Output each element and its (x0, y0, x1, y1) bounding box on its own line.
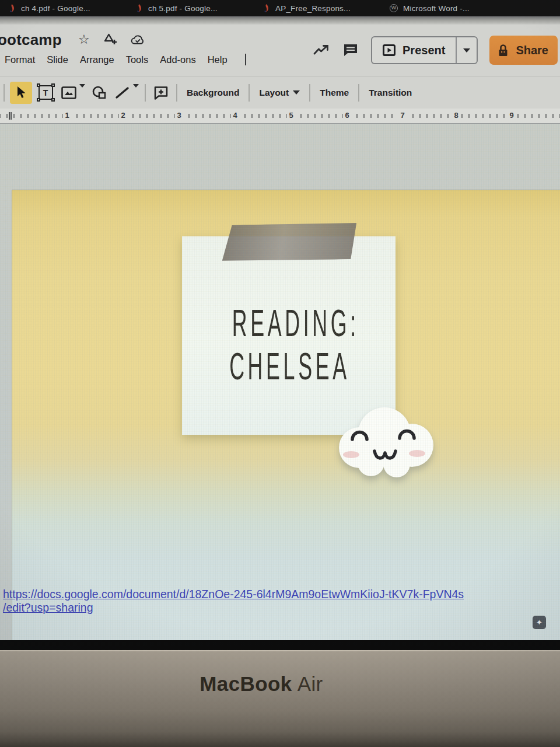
toolbar-divider (145, 84, 146, 102)
tab-title: AP_Free_Respons... (275, 4, 351, 13)
explore-icon: ✦ (536, 618, 542, 627)
menu-bar: Format Slide Arrange Tools Add-ons Help (5, 54, 246, 65)
layout-button[interactable]: Layout (259, 88, 300, 98)
browser-tab-bar: ch 4.pdf - Google... ch 5.pdf - Google..… (0, 0, 560, 16)
slide-title: READING: CHELSEA (182, 302, 396, 388)
slide-title-line2: CHELSEA (229, 345, 350, 388)
activity-trend-icon[interactable] (313, 43, 330, 58)
text-cursor (245, 54, 246, 65)
screen-bottom-edge (0, 640, 560, 650)
tab-title: ch 5.pdf - Google... (148, 4, 218, 13)
ruler-number: 2 (119, 111, 127, 120)
line-tool-dropdown[interactable] (133, 88, 139, 98)
explore-button[interactable]: ✦ (533, 616, 546, 629)
tab-title: ch 4.pdf - Google... (21, 4, 90, 13)
slide-title-line1: READING: (232, 302, 359, 345)
macbook-bezel: MacBookAir (0, 650, 560, 747)
ruler-number: 1 (63, 111, 71, 120)
add-comment-tool[interactable] (151, 82, 171, 104)
link-line1: https://docs.google.com/document/d/18ZnO… (3, 588, 464, 601)
present-button-group: Present (371, 36, 478, 64)
textbox-icon: T (38, 85, 53, 100)
word-file-icon: W (390, 4, 398, 12)
line-tool[interactable] (113, 82, 132, 104)
browser-tab[interactable]: AP_Free_Respons... (262, 4, 390, 13)
ruler-number: 6 (343, 111, 351, 120)
chevron-down-icon (463, 48, 470, 53)
textbox-tool[interactable]: T (36, 82, 55, 104)
toolbar-divider (309, 84, 310, 102)
present-button[interactable]: Present (372, 37, 456, 63)
ruler-number: 3 (175, 111, 183, 120)
brand-macbook: MacBook (200, 672, 292, 695)
theme-button[interactable]: Theme (320, 88, 349, 98)
brand-air: Air (298, 672, 323, 695)
saved-to-cloud-icon[interactable] (131, 33, 145, 47)
toolbar-divider (4, 84, 5, 102)
link-line2: /edit?usp=sharing (3, 601, 93, 614)
pdf-file-icon (135, 4, 143, 13)
shape-tool[interactable] (89, 82, 109, 104)
ruler-number: 4 (231, 111, 239, 120)
horizontal-ruler[interactable]: 1 2 3 4 5 6 7 8 9 (0, 109, 560, 124)
toolbar-divider (176, 84, 177, 102)
ruler-major-ticks (0, 112, 560, 120)
toolbar-divider (249, 84, 250, 102)
ruler-number: 5 (287, 111, 295, 120)
menu-tools[interactable]: Tools (126, 54, 149, 65)
slides-header: ootcamp ☆ Format Slide Arrange Tools Add… (0, 25, 560, 76)
star-icon[interactable]: ☆ (77, 33, 91, 47)
ruler-number: 9 (508, 111, 516, 120)
present-icon (383, 44, 396, 56)
image-tool-dropdown[interactable] (79, 88, 85, 98)
menu-addons[interactable]: Add-ons (160, 54, 195, 65)
lock-icon (498, 44, 509, 57)
browser-tab[interactable]: W Microsoft Word -... (390, 4, 517, 13)
menu-help[interactable]: Help (208, 54, 228, 65)
menu-arrange[interactable]: Arrange (80, 54, 114, 65)
menu-slide[interactable]: Slide (47, 54, 68, 65)
tape-graphic (221, 222, 358, 263)
chevron-down-icon (293, 90, 300, 95)
chevron-down-icon (133, 84, 139, 97)
comment-add-icon (153, 86, 169, 100)
ruler-number: 8 (452, 111, 460, 120)
document-link[interactable]: https://docs.google.com/document/d/18ZnO… (3, 588, 489, 615)
move-to-drive-icon[interactable] (104, 33, 118, 47)
window-top-edge (0, 16, 560, 25)
cursor-arrow-icon (15, 86, 27, 100)
ruler-number: 7 (398, 111, 407, 120)
document-title[interactable]: ootcamp (0, 31, 62, 49)
macbook-screen-photo: ch 4.pdf - Google... ch 5.pdf - Google..… (0, 0, 560, 747)
cloud-character-graphic[interactable] (322, 401, 447, 487)
select-tool[interactable] (10, 82, 32, 104)
device-branding: MacBookAir (0, 672, 523, 696)
comments-icon[interactable] (342, 43, 359, 58)
browser-tab[interactable]: ch 5.pdf - Google... (135, 4, 262, 13)
blush-right (409, 450, 425, 457)
browser-tab[interactable]: ch 4.pdf - Google... (8, 4, 135, 13)
line-icon (115, 86, 130, 100)
pdf-file-icon (8, 4, 16, 13)
slide-canvas[interactable]: READING: CHELSEA https:// (0, 124, 560, 640)
present-dropdown[interactable] (456, 37, 477, 63)
slides-toolbar: T Background Layout Theme Transition (0, 76, 560, 109)
tab-title: Microsoft Word -... (403, 4, 470, 13)
pdf-file-icon (262, 4, 270, 13)
menu-format[interactable]: Format (5, 54, 35, 65)
shape-icon (92, 86, 107, 100)
chevron-down-icon (79, 84, 85, 97)
insert-image-tool[interactable] (59, 82, 79, 104)
transition-button[interactable]: Transition (369, 88, 412, 98)
image-icon (61, 86, 76, 99)
background-button[interactable]: Background (187, 88, 239, 98)
share-button[interactable]: Share (489, 36, 558, 65)
blush-left (343, 451, 359, 458)
toolbar-divider (358, 84, 359, 102)
